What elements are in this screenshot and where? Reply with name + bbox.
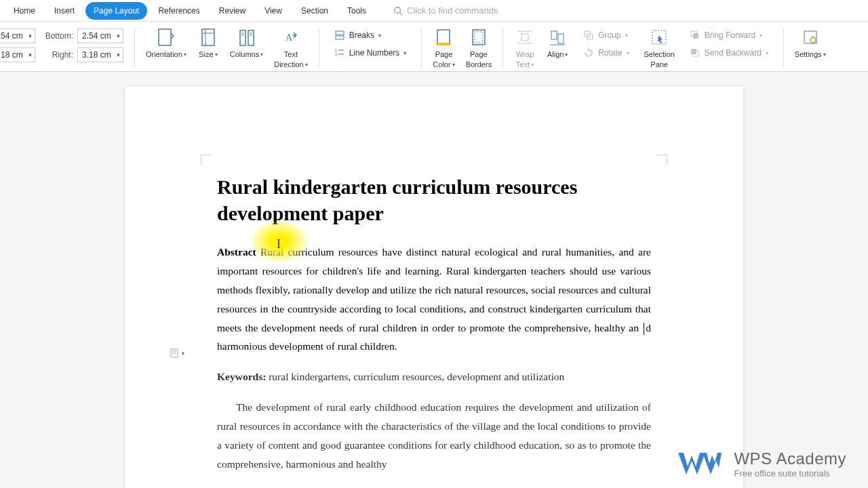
page-color-label-1: Page	[435, 50, 453, 59]
align-button[interactable]: Align▾	[541, 26, 574, 60]
line-numbers-label: Line Numbers	[349, 48, 400, 58]
orientation-button[interactable]: Orientation▾	[140, 26, 192, 60]
wrap-text-label-2: Text	[516, 60, 530, 69]
send-backward-icon	[690, 47, 701, 58]
abstract-paragraph[interactable]: Abstract Rural curriculum resources have…	[217, 243, 651, 356]
settings-icon	[801, 27, 820, 49]
page-borders-label-2: Borders	[466, 60, 492, 69]
title-highlight: evelop	[229, 202, 284, 224]
ribbon: 2.54 cm ▲▼ Bottom: 2.54 cm ▲▼ 3.18 cm ▲▼…	[0, 22, 868, 72]
svg-rect-13	[336, 31, 344, 35]
svg-rect-34	[691, 49, 696, 54]
menu-view[interactable]: View	[256, 2, 290, 20]
margin-bottom-label: Bottom:	[39, 31, 73, 41]
group-button[interactable]: Group▾	[578, 27, 634, 43]
group-label: Group	[598, 30, 620, 40]
menubar: Home Insert Page Layout References Revie…	[0, 0, 868, 22]
text-caret	[644, 323, 644, 335]
svg-rect-27	[558, 34, 564, 43]
page-options-icon	[170, 348, 180, 359]
spinner[interactable]: ▲▼	[115, 54, 121, 56]
columns-button[interactable]: Columns▾	[224, 26, 269, 60]
breaks-button[interactable]: Breaks▾	[329, 27, 412, 43]
page-color-button[interactable]: PageColor▾	[427, 26, 460, 70]
wps-academy-logo: WPS Academy Free office suite tutorials	[674, 447, 846, 480]
svg-rect-20	[437, 43, 450, 45]
margin-left-value: 3.18 cm	[0, 50, 23, 60]
spinner[interactable]: ▲▼	[27, 54, 33, 56]
page-color-icon	[434, 27, 453, 49]
spinner[interactable]: ▲▼	[27, 35, 33, 37]
menu-section[interactable]: Section	[293, 2, 336, 20]
columns-label: Columns	[230, 50, 259, 59]
settings-label: Settings	[795, 50, 822, 59]
svg-text:A: A	[285, 33, 293, 43]
page-borders-label-1: Page	[470, 50, 488, 59]
breaks-icon	[334, 30, 345, 41]
divider	[421, 27, 422, 68]
settings-button[interactable]: Settings▾	[789, 26, 831, 60]
rotate-button[interactable]: Rotate▾	[578, 45, 634, 61]
abstract-text: Rural curriculum resources have distinct…	[217, 246, 651, 333]
search-placeholder: Click to find commands	[407, 5, 498, 16]
page-handle[interactable]: ▾	[170, 348, 184, 359]
body-paragraph[interactable]: The development of rural early childhood…	[217, 398, 651, 474]
menu-tools[interactable]: Tools	[339, 2, 374, 20]
text-direction-button[interactable]: A TextDirection▾	[269, 26, 313, 70]
divider	[134, 27, 135, 68]
selection-pane-button[interactable]: SelectionPane	[639, 26, 680, 70]
svg-rect-19	[437, 30, 450, 45]
breaks-label: Breaks	[349, 30, 374, 40]
align-icon	[548, 27, 567, 49]
menu-home[interactable]: Home	[5, 2, 43, 20]
svg-rect-2	[159, 29, 171, 45]
orientation-label: Orientation	[146, 50, 182, 59]
margin-left-input[interactable]: 3.18 cm ▲▼	[0, 47, 35, 62]
send-backward-label: Send Backward	[705, 48, 762, 58]
svg-rect-6	[240, 30, 245, 45]
margin-top-value: 2.54 cm	[0, 31, 23, 41]
wps-title: WPS Academy	[734, 449, 846, 468]
menu-insert[interactable]: Insert	[46, 2, 83, 20]
wps-logo-icon	[674, 447, 723, 480]
bring-forward-button[interactable]: Bring Forward▾	[684, 27, 774, 43]
wps-subtitle: Free office suite tutorials	[734, 468, 846, 479]
margin-bottom-input[interactable]: 2.54 cm ▲▼	[77, 28, 123, 43]
svg-rect-23	[521, 34, 528, 41]
menu-page-layout[interactable]: Page Layout	[85, 2, 147, 20]
size-label: Size	[199, 50, 213, 59]
divider	[319, 27, 319, 68]
document-page[interactable]: Rural kindergarten curriculum resources …	[125, 87, 743, 488]
menu-references[interactable]: References	[150, 2, 208, 20]
margin-right-label: Right:	[39, 50, 73, 60]
margin-marker	[656, 155, 667, 165]
chevron-down-icon: ▾	[182, 350, 184, 357]
page-borders-button[interactable]: PageBorders	[460, 26, 498, 70]
keywords-label: Keywords:	[217, 371, 266, 382]
selection-label-2: Pane	[650, 60, 668, 69]
line-numbers-button[interactable]: 12 Line Numbers▾	[329, 45, 412, 61]
size-button[interactable]: Size▾	[192, 26, 224, 60]
bring-forward-icon	[690, 30, 701, 41]
orientation-icon	[157, 27, 176, 49]
abstract-label: Abstract	[217, 246, 256, 258]
svg-rect-26	[551, 31, 557, 39]
columns-icon	[237, 27, 256, 49]
send-backward-button[interactable]: Send Backward▾	[684, 45, 774, 61]
document-title[interactable]: Rural kindergarten curriculum resources …	[217, 174, 651, 226]
margin-top-input[interactable]: 2.54 cm ▲▼	[0, 28, 35, 43]
menu-review[interactable]: Review	[211, 2, 254, 20]
keywords-paragraph[interactable]: Keywords: rural kindergartens, curriculu…	[217, 371, 651, 383]
page-color-label-2: Color	[433, 60, 450, 69]
margin-right-input[interactable]: 3.18 cm ▲▼	[77, 47, 123, 62]
divider	[502, 27, 503, 68]
command-search[interactable]: Click to find commands	[393, 5, 498, 16]
page-borders-icon	[469, 27, 488, 49]
selection-pane-icon	[650, 27, 669, 49]
wrap-text-button[interactable]: WrapText▾	[509, 26, 541, 70]
margin-marker	[201, 155, 212, 165]
spinner[interactable]: ▲▼	[115, 35, 121, 37]
margin-right-value: 3.18 cm	[82, 50, 111, 60]
margins-group: 2.54 cm ▲▼ Bottom: 2.54 cm ▲▼ 3.18 cm ▲▼…	[0, 26, 129, 62]
line-numbers-icon: 12	[334, 47, 345, 58]
